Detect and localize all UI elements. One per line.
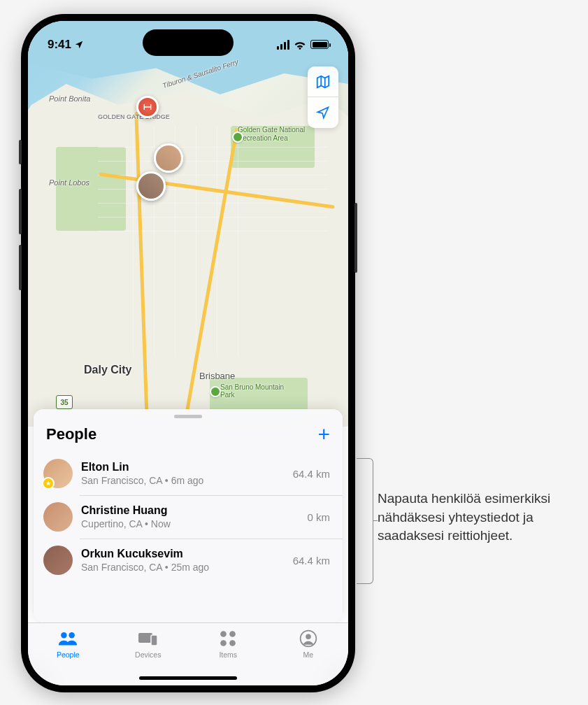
list-item[interactable]: Orkun Kucuksevim San Francisco, CA • 25m…	[34, 539, 343, 582]
svg-point-7	[229, 640, 236, 646]
svg-rect-2	[138, 633, 152, 643]
list-item[interactable]: ★ Elton Lin San Francisco, CA • 6m ago 6…	[34, 452, 343, 495]
map-label-daly-city: Daly City	[84, 364, 131, 376]
map-icon	[315, 74, 331, 90]
person-sublabel: Cupertino, CA • Now	[81, 518, 299, 529]
favorite-star-icon: ★	[42, 477, 55, 490]
svg-point-4	[220, 631, 227, 637]
sheet-grabber[interactable]	[174, 415, 202, 418]
person-sublabel: San Francisco, CA • 6m ago	[81, 475, 285, 486]
volume-up-button	[19, 189, 22, 234]
map-mode-button[interactable]	[308, 66, 338, 97]
tab-me[interactable]: Me	[268, 623, 349, 685]
tab-people[interactable]: People	[28, 623, 108, 685]
person-name: Orkun Kucuksevim	[81, 548, 285, 560]
svg-rect-3	[151, 635, 157, 646]
avatar	[43, 546, 73, 575]
items-icon	[219, 629, 237, 648]
map-label-point-bonita: Point Bonita	[49, 94, 90, 103]
svg-point-9	[306, 634, 311, 640]
people-sheet[interactable]: People + ★ Elton Lin San Francisco, CA •…	[34, 409, 343, 622]
person-name: Elton Lin	[81, 461, 285, 473]
map-controls	[308, 66, 338, 128]
svg-point-0	[61, 632, 66, 638]
map-view[interactable]: Point Bonita Tiburon & Sausalito Ferry G…	[28, 21, 348, 427]
svg-point-5	[229, 631, 236, 637]
person-distance: 64.4 km	[293, 555, 330, 567]
tab-label: Items	[219, 650, 237, 659]
screen: 9:41	[28, 21, 348, 685]
map-label-san-bruno: San Bruno Mountain Park	[220, 383, 290, 399]
devices-icon	[137, 630, 159, 647]
map-pin-person[interactable]	[154, 143, 183, 173]
tab-label: Devices	[135, 650, 161, 659]
location-services-icon	[74, 40, 84, 50]
map-label-ggb: GOLDEN GATE BRIDGE	[98, 113, 170, 120]
person-sublabel: San Francisco, CA • 25m ago	[81, 562, 285, 573]
people-icon	[57, 629, 78, 648]
sheet-header: People +	[34, 421, 343, 452]
svg-point-1	[69, 632, 75, 638]
person-distance: 0 km	[307, 511, 330, 523]
map-label-point-lobos: Point Lobos	[49, 178, 89, 187]
phone-frame: 9:41	[21, 14, 355, 692]
park-marker-icon	[210, 386, 221, 397]
park-marker-icon	[232, 131, 243, 143]
person-distance: 64.4 km	[293, 468, 330, 480]
add-person-button[interactable]: +	[317, 424, 330, 445]
tab-label: Me	[303, 650, 313, 659]
volume-down-button	[19, 245, 22, 290]
person-icon	[299, 629, 317, 648]
person-name: Christine Huang	[81, 504, 299, 517]
sheet-title: People	[46, 425, 96, 443]
map-pin-person[interactable]	[136, 171, 166, 201]
silence-switch	[19, 140, 22, 164]
callout-bracket	[357, 458, 373, 584]
map-pin-golden-gate[interactable]	[136, 96, 159, 118]
battery-icon	[310, 40, 329, 49]
power-button	[354, 203, 357, 273]
list-item[interactable]: Christine Huang Cupertino, CA • Now 0 km	[34, 495, 343, 539]
map-label-ggnra: Golden Gate National Recreation Area	[238, 126, 315, 142]
locate-me-button[interactable]	[308, 97, 338, 128]
route-shield-35: 35	[56, 395, 73, 409]
cellular-signal-icon	[277, 40, 290, 50]
dynamic-island	[143, 29, 234, 56]
wifi-icon	[294, 40, 306, 50]
status-time: 9:41	[48, 38, 71, 52]
avatar: ★	[43, 459, 73, 488]
callout-text: Napauta henkilöä esimerkiksi nähdäksesi …	[378, 490, 573, 546]
tab-label: People	[57, 650, 80, 659]
location-arrow-icon	[316, 106, 330, 120]
svg-point-6	[220, 640, 227, 646]
people-list: ★ Elton Lin San Francisco, CA • 6m ago 6…	[34, 452, 343, 582]
map-label-brisbane: Brisbane	[199, 371, 235, 381]
home-indicator[interactable]	[139, 676, 237, 680]
avatar	[43, 502, 73, 532]
